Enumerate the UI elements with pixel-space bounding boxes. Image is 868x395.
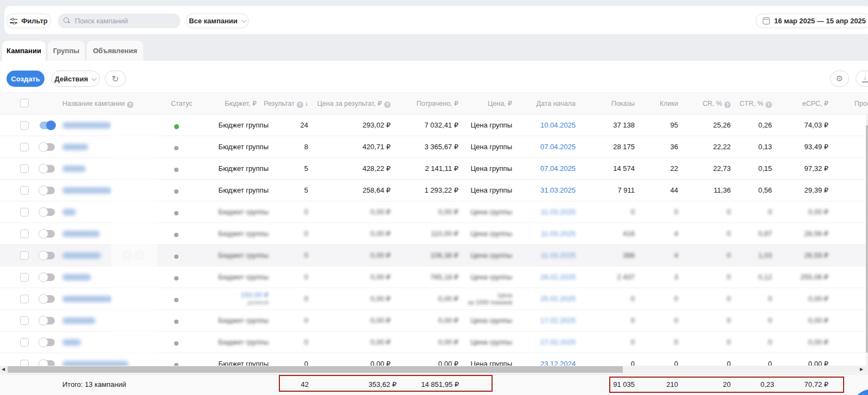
cell-cpr: 0,00 ₽ xyxy=(371,245,391,266)
vertical-scrollbar-thumb[interactable] xyxy=(866,125,868,353)
column-header-clicks: Клики xyxy=(660,93,678,114)
cell-spent: 106,38 ₽ xyxy=(430,245,458,266)
campaign-toggle[interactable] xyxy=(40,273,55,281)
cell-shows: 0 xyxy=(631,332,635,353)
scroll-left-arrow[interactable]: ◀ xyxy=(2,366,5,373)
info-icon[interactable]: ? xyxy=(765,101,772,108)
row-checkbox[interactable] xyxy=(20,186,29,195)
campaign-name-redacted[interactable] xyxy=(62,296,112,302)
cell-date[interactable]: 11.03.2025 xyxy=(541,245,576,266)
actions-dropdown[interactable]: Действия xyxy=(51,71,100,87)
export-button[interactable]: ↓ xyxy=(856,71,868,87)
cell-cr: 11,36 xyxy=(713,180,731,201)
cell-shows: 0 xyxy=(631,288,635,310)
annotation-box-left xyxy=(279,375,493,392)
row-checkbox[interactable] xyxy=(20,295,29,303)
row-checkbox[interactable] xyxy=(20,121,29,130)
cell-budget: Бюджет группы xyxy=(219,223,269,245)
cell-cr: 25,26 xyxy=(713,114,731,136)
scroll-right-arrow[interactable]: ▶ xyxy=(860,366,863,373)
info-icon[interactable]: ? xyxy=(384,101,391,108)
campaign-name-redacted[interactable] xyxy=(62,252,101,259)
cell-shows: 28 175 xyxy=(613,136,635,158)
cell-date[interactable]: 31.03.2025 xyxy=(540,180,576,201)
cell-date[interactable]: 28.02.2025 xyxy=(540,266,576,288)
cell-ecpc: 97,32 ₽ xyxy=(805,158,828,180)
row-checkbox[interactable] xyxy=(20,208,29,216)
campaign-name-redacted[interactable] xyxy=(62,165,86,172)
cell-budget: Бюджет группы xyxy=(219,310,269,332)
campaign-toggle[interactable] xyxy=(40,295,55,303)
tab-groups[interactable]: Группы xyxy=(48,41,85,61)
status-dot-green xyxy=(174,124,179,129)
cell-date[interactable]: 17.02.2025 xyxy=(540,332,576,353)
campaign-toggle[interactable] xyxy=(40,122,55,129)
campaign-name-redacted[interactable] xyxy=(62,122,111,129)
cell-date[interactable]: 10.04.2025 xyxy=(540,114,576,136)
refresh-button[interactable]: ↻ xyxy=(105,71,126,87)
cell-budget: Бюджет группы xyxy=(219,158,269,180)
date-range-button[interactable]: 16 мар 2025 — 15 апр 2025 xyxy=(756,14,868,28)
tab-ads[interactable]: Объявления xyxy=(87,41,143,61)
campaign-name-redacted[interactable] xyxy=(62,231,100,237)
campaign-toggle[interactable] xyxy=(40,165,55,173)
cell-price: Цена группы xyxy=(470,332,512,353)
info-icon[interactable]: ? xyxy=(297,101,303,108)
row-checkbox[interactable] xyxy=(20,338,29,347)
campaign-toggle[interactable] xyxy=(40,230,55,238)
campaign-name-redacted[interactable] xyxy=(62,144,88,150)
cell-clicks: 0 xyxy=(674,201,678,223)
search-input[interactable]: Поиск кампаний xyxy=(58,14,180,28)
cell-date[interactable]: 11.03.2025 xyxy=(541,223,576,245)
campaign-name-redacted[interactable] xyxy=(62,317,95,324)
create-button[interactable]: Создать xyxy=(7,71,44,87)
cell-cr: 0 xyxy=(727,288,731,310)
cell-date[interactable]: 07.04.2025 xyxy=(540,158,576,180)
campaign-toggle[interactable] xyxy=(40,252,55,259)
tab-ads-label: Объявления xyxy=(93,47,137,55)
horizontal-scrollbar[interactable]: ◀ ▶ xyxy=(0,366,868,373)
campaign-name-redacted[interactable] xyxy=(62,274,91,281)
campaign-toggle[interactable] xyxy=(40,208,55,216)
row-checkbox[interactable] xyxy=(20,316,29,325)
campaign-name-redacted[interactable] xyxy=(62,187,112,194)
cell-ctr: 1,03 xyxy=(758,245,772,266)
row-checkbox[interactable] xyxy=(20,164,29,173)
tab-campaigns[interactable]: Кампании xyxy=(2,41,46,61)
info-icon[interactable]: ? xyxy=(127,101,133,108)
campaign-scope-dropdown[interactable]: Все кампании xyxy=(186,14,248,28)
campaign-toggle[interactable] xyxy=(40,143,55,151)
column-header-result[interactable]: Результат?↓ xyxy=(264,93,308,114)
campaign-toggle[interactable] xyxy=(40,339,55,346)
filter-button[interactable]: Фильтр xyxy=(7,14,51,28)
cell-clicks: 3 xyxy=(674,266,678,288)
toggle-knob xyxy=(39,294,48,304)
row-checkbox[interactable] xyxy=(20,251,29,260)
cell-date[interactable]: 07.04.2025 xyxy=(540,136,576,158)
cell-date[interactable]: 17.02.2025 xyxy=(540,310,576,332)
row-checkbox[interactable] xyxy=(20,143,29,151)
campaign-toggle[interactable] xyxy=(40,187,55,194)
cell-price: Цена группы xyxy=(470,245,512,266)
info-icon[interactable]: ? xyxy=(724,101,731,108)
cell-date[interactable]: 11.03.2025 xyxy=(541,201,576,223)
row-checkbox[interactable] xyxy=(20,273,29,282)
status-dot-gray xyxy=(174,320,178,324)
campaign-name-redacted[interactable] xyxy=(62,209,76,215)
column-settings-button[interactable]: ⚙ xyxy=(830,71,849,87)
cell-spent: 110,00 ₽ xyxy=(431,223,458,245)
row-checkbox[interactable] xyxy=(20,230,29,238)
horizontal-scrollbar-thumb[interactable] xyxy=(8,366,623,373)
cell-cr: 0 xyxy=(727,266,731,288)
toggle-knob xyxy=(39,337,48,347)
vertical-scrollbar[interactable] xyxy=(866,113,868,366)
column-header-shows: Показы xyxy=(611,93,635,114)
cell-ctr: 0,56 xyxy=(758,180,772,201)
select-all-checkbox[interactable] xyxy=(20,99,29,107)
status-dot-gray xyxy=(174,254,178,259)
cell-date[interactable]: 25.02.2025 xyxy=(540,288,576,310)
column-header-views: Прос xyxy=(854,93,868,114)
campaign-name-redacted[interactable] xyxy=(62,339,81,346)
status-dot-gray xyxy=(174,233,178,237)
campaign-toggle[interactable] xyxy=(40,317,55,324)
